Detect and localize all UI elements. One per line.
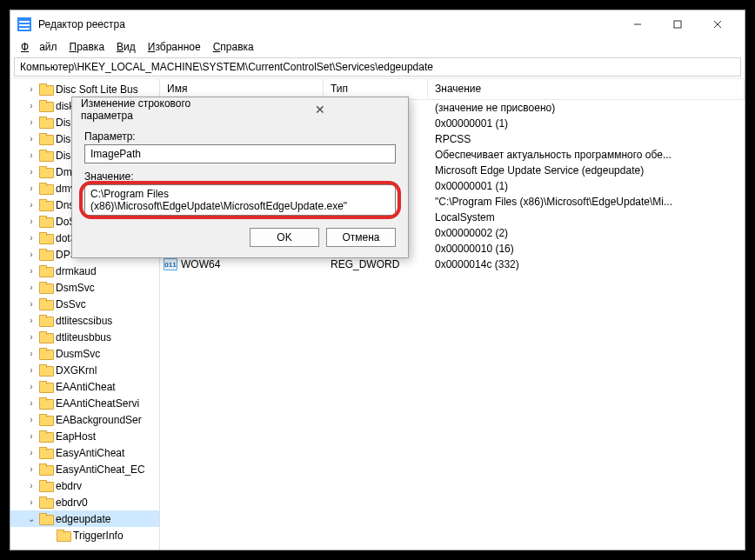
expand-icon[interactable]: › (26, 233, 37, 243)
menu-file[interactable]: Файл (16, 40, 63, 54)
expand-icon[interactable]: › (26, 101, 37, 110)
tree-item[interactable]: ›dtlitescsibus (10, 312, 159, 329)
tree-item[interactable]: ›ebdrv (10, 477, 159, 494)
param-field[interactable]: ImagePath (84, 144, 396, 163)
expand-icon[interactable]: › (26, 150, 37, 160)
tree-label: EAAntiCheat (56, 381, 116, 393)
folder-icon (39, 166, 53, 177)
row-name: WOW64 (181, 258, 220, 270)
row-value: Microsoft Edge Update Service (edgeupdat… (428, 163, 745, 177)
expand-icon[interactable]: › (26, 497, 37, 507)
tree-item[interactable]: ›DsSvc (10, 296, 159, 312)
tree-item[interactable]: ›drmkaud (10, 263, 159, 279)
expand-icon[interactable]: › (26, 431, 37, 441)
tree-label: DsSvc (56, 298, 86, 310)
registry-editor-window: Редактор реестра Файл Правка Вид Избранн… (10, 10, 745, 550)
folder-icon (39, 183, 53, 194)
row-value: RPCSS (428, 132, 745, 146)
expand-icon[interactable]: › (26, 266, 37, 276)
maximize-button[interactable] (658, 10, 698, 38)
tree-item[interactable]: ⌄edgeupdate (10, 510, 159, 527)
tree-item[interactable]: ›EAAntiCheat (10, 378, 159, 395)
folder-icon (39, 232, 53, 243)
expand-icon[interactable]: › (26, 464, 37, 474)
param-label: Параметр: (84, 130, 396, 143)
col-value[interactable]: Значение (428, 79, 745, 99)
expand-icon[interactable]: › (26, 84, 37, 94)
tree-label: Disc Soft Lite Bus (56, 83, 138, 96)
dialog-close-button[interactable]: ✕ (240, 103, 399, 117)
tree-item[interactable]: ›DusmSvc (10, 345, 159, 362)
tree-item[interactable]: ›EapHost (10, 428, 159, 444)
menu-view[interactable]: Вид (111, 40, 141, 54)
expand-icon[interactable]: › (26, 217, 37, 226)
row-value: 0x00000001 (1) (428, 179, 745, 193)
tree-label: EABackgroundSer (56, 414, 142, 426)
folder-icon (39, 348, 53, 359)
value-field[interactable]: C:\Program Files (x86)\Microsoft\EdgeUpd… (84, 184, 396, 216)
expand-icon[interactable]: › (26, 250, 37, 259)
expand-icon[interactable]: › (26, 398, 37, 408)
expand-icon[interactable]: › (26, 349, 37, 358)
expand-icon[interactable]: › (26, 183, 37, 193)
folder-icon (39, 298, 53, 310)
address-bar[interactable]: Компьютер\HKEY_LOCAL_MACHINE\SYSTEM\Curr… (14, 57, 741, 77)
expand-icon[interactable]: › (26, 332, 37, 342)
tree-item[interactable]: ›EAAntiCheatServi (10, 395, 159, 411)
expand-icon[interactable]: › (26, 316, 37, 325)
dialog-titlebar: Изменение строкового параметра ✕ (72, 97, 408, 122)
folder-icon (39, 100, 53, 111)
folder-icon (39, 430, 53, 442)
tree-item[interactable]: ›Disc Soft Lite Bus (10, 81, 159, 97)
expand-icon[interactable]: › (26, 117, 37, 127)
expand-icon[interactable]: › (26, 167, 37, 177)
tree-item[interactable]: ›ebdrv0 (10, 494, 159, 510)
tree-label: drmkaud (56, 265, 97, 277)
folder-icon (39, 480, 53, 491)
menu-help[interactable]: Справка (208, 40, 259, 54)
expand-icon[interactable]: › (26, 200, 37, 210)
folder-icon (39, 497, 53, 508)
tree-label: EAAntiCheatServi (56, 397, 139, 410)
expand-icon[interactable]: › (26, 448, 37, 457)
value-label: Значение: (84, 170, 396, 183)
folder-icon (39, 265, 53, 277)
expand-icon[interactable]: › (26, 382, 37, 391)
regedit-icon (17, 17, 31, 31)
folder-icon (39, 447, 53, 458)
tree-item[interactable]: ›DXGKrnl (10, 362, 159, 378)
expand-icon[interactable]: › (26, 365, 37, 375)
folder-icon (39, 282, 53, 293)
folder-icon (39, 83, 53, 95)
menu-edit[interactable]: Правка (64, 40, 110, 54)
row-value: 0x0000014c (332) (428, 257, 745, 271)
expand-icon[interactable]: ⌄ (26, 514, 37, 523)
expand-icon[interactable]: › (26, 415, 37, 424)
tree-item[interactable]: ›dtliteusbbus (10, 329, 159, 345)
minimize-button[interactable] (618, 10, 658, 38)
tree-label: dtlitescsibus (56, 315, 112, 327)
folder-icon (39, 414, 53, 425)
tree-label: DXGKrnl (56, 364, 97, 377)
close-button[interactable] (698, 10, 738, 38)
svg-rect-1 (674, 21, 681, 28)
expand-icon[interactable]: › (26, 481, 37, 490)
folder-icon (39, 117, 53, 128)
tree-item[interactable]: ›DsmSvc (10, 279, 159, 296)
expand-icon[interactable]: › (26, 134, 37, 143)
tree-item[interactable]: ›EasyAntiCheat (10, 444, 159, 461)
cancel-button[interactable]: Отмена (326, 228, 396, 247)
tree-item[interactable]: TriggerInfo (10, 527, 159, 543)
tree-item[interactable]: ›EABackgroundSer (10, 411, 159, 428)
folder-icon (39, 397, 53, 409)
list-row[interactable]: 011WOW64REG_DWORD0x0000014c (332) (160, 257, 745, 272)
expand-icon[interactable]: › (26, 299, 37, 309)
tree-item[interactable]: ›EasyAntiCheat_EC (10, 461, 159, 477)
dialog-title: Изменение строкового параметра (81, 97, 240, 122)
ok-button[interactable]: OK (250, 228, 319, 247)
titlebar: Редактор реестра (10, 10, 745, 38)
expand-icon[interactable]: › (26, 283, 37, 292)
menu-fav[interactable]: Избранное (143, 40, 206, 54)
row-value: "C:\Program Files (x86)\Microsoft\EdgeUp… (428, 195, 745, 209)
tree-label: ebdrv (56, 480, 82, 492)
